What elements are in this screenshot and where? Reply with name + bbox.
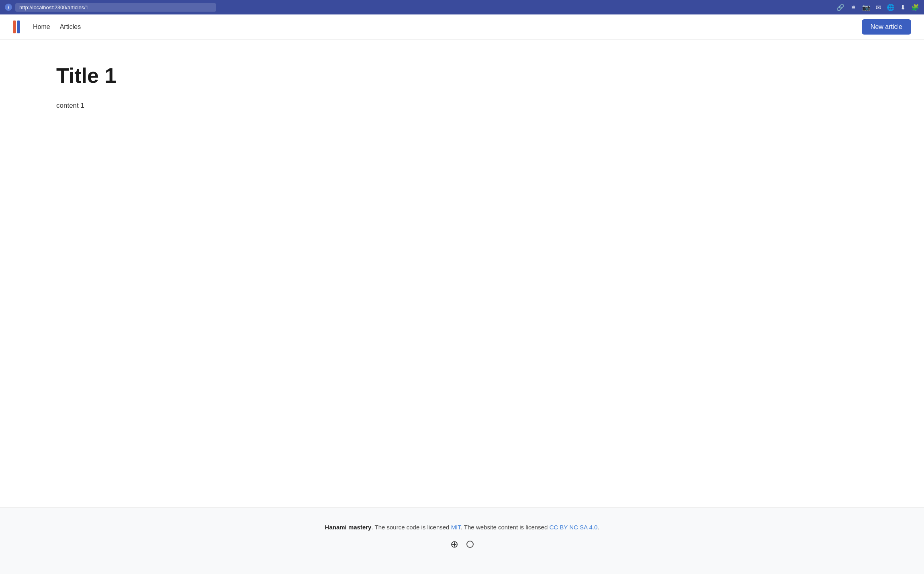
- camera-icon[interactable]: 📷: [862, 4, 870, 11]
- crosshair-icon: ⊕: [450, 539, 458, 550]
- link-icon[interactable]: 🔗: [836, 4, 844, 11]
- navbar: Home Articles New article: [0, 14, 924, 40]
- navbar-right: New article: [862, 19, 911, 35]
- monitor-icon[interactable]: 🖥: [850, 4, 857, 11]
- new-article-button[interactable]: New article: [862, 19, 911, 35]
- browser-chrome: i http://localhost:2300/articles/1 🔗 🖥 📷…: [0, 0, 924, 14]
- article-content: content 1: [56, 100, 868, 111]
- footer-brand: Hanami mastery: [325, 524, 372, 531]
- article-title: Title 1: [56, 64, 868, 88]
- footer-text-before-cc: . The website content is licensed: [461, 524, 550, 531]
- main-content: Title 1 content 1: [0, 40, 924, 507]
- footer-text: Hanami mastery. The source code is licen…: [13, 524, 911, 531]
- circle-icon: [466, 541, 474, 548]
- globe-icon[interactable]: 🌐: [887, 4, 895, 11]
- nav-link-home[interactable]: Home: [33, 23, 50, 30]
- nav-links: Home Articles: [33, 23, 81, 31]
- nav-link-articles[interactable]: Articles: [60, 23, 81, 30]
- nav-item-articles[interactable]: Articles: [60, 23, 81, 31]
- download-icon[interactable]: ⬇: [900, 4, 906, 11]
- logo-bar-red: [13, 20, 16, 33]
- cursor-area: ⊕: [13, 531, 911, 558]
- footer: Hanami mastery. The source code is licen…: [0, 507, 924, 574]
- mail-icon[interactable]: ✉: [876, 4, 881, 11]
- footer-text-end: .: [597, 524, 599, 531]
- footer-text-before-mit: . The source code is licensed: [371, 524, 451, 531]
- cc-link[interactable]: CC BY NC SA 4.0: [549, 524, 597, 531]
- logo-graphic: [13, 20, 20, 33]
- browser-toolbar-right: 🔗 🖥 📷 ✉ 🌐 ⬇ 🧩: [836, 4, 919, 11]
- browser-info-icon: i: [5, 4, 12, 11]
- browser-url-bar[interactable]: http://localhost:2300/articles/1: [15, 3, 216, 12]
- extension-icon[interactable]: 🧩: [911, 4, 919, 11]
- logo[interactable]: [13, 20, 20, 33]
- logo-bar-blue: [17, 20, 20, 33]
- mit-link[interactable]: MIT: [451, 524, 461, 531]
- nav-item-home[interactable]: Home: [33, 23, 50, 31]
